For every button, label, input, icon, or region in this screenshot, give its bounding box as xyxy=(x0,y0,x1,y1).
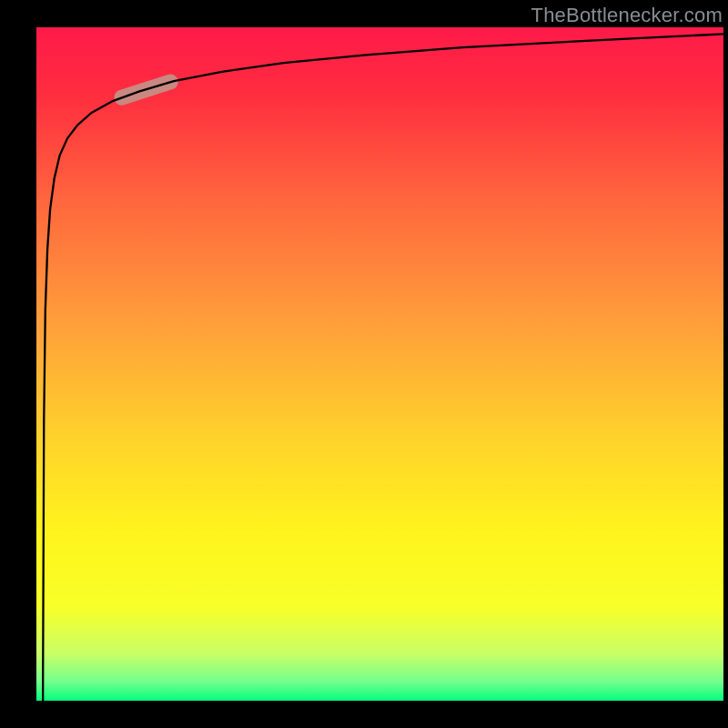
plot-area xyxy=(36,27,723,701)
curve-line xyxy=(43,34,723,701)
chart-frame: TheBottlenecker.com xyxy=(0,0,728,728)
curve-svg xyxy=(36,27,723,701)
watermark-text: TheBottlenecker.com xyxy=(531,4,723,27)
